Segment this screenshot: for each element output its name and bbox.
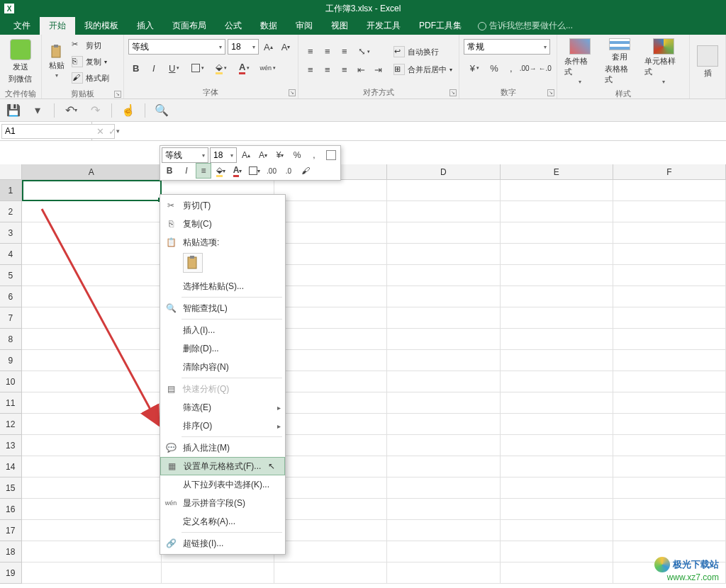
cm-smart-lookup[interactable]: 🔍智能查找(L) [160, 299, 285, 317]
merge-center-button[interactable]: ⊞合并后居中▾ [392, 62, 454, 77]
row-header[interactable]: 6 [0, 286, 22, 307]
cell[interactable] [501, 350, 613, 371]
cm-insert[interactable]: 插入(I)... [160, 321, 285, 339]
cell[interactable] [22, 307, 162, 329]
mini-italic[interactable]: I [179, 163, 194, 179]
cell[interactable] [613, 286, 726, 307]
cell[interactable] [274, 477, 387, 499]
cut-button[interactable]: ✂剪切 [70, 38, 111, 53]
cell[interactable] [613, 350, 726, 371]
mini-bold[interactable]: B [162, 163, 177, 179]
cm-insert-comment[interactable]: 💬插入批注(M) [160, 439, 285, 457]
decrease-decimal-button[interactable]: ←.0 [537, 60, 553, 76]
select-all-corner[interactable] [0, 164, 22, 179]
percent-button[interactable]: % [486, 60, 502, 76]
row-header[interactable]: 5 [0, 265, 22, 286]
underline-button[interactable]: U▾ [164, 60, 185, 76]
cell[interactable] [22, 392, 162, 414]
cell[interactable] [387, 477, 500, 499]
cm-delete[interactable]: 删除(D)... [160, 339, 285, 358]
cell[interactable] [501, 499, 613, 520]
fill-color-button[interactable]: ⬙▾ [211, 60, 232, 76]
cm-pick-from-list[interactable]: 从下拉列表中选择(K)... [160, 475, 285, 494]
cell[interactable] [22, 414, 162, 435]
clipboard-launcher[interactable]: ↘ [114, 91, 121, 98]
cell[interactable] [501, 180, 613, 201]
bold-button[interactable]: B [128, 60, 144, 76]
cell[interactable] [22, 499, 162, 520]
pinyin-button[interactable]: wén▾ [257, 60, 279, 76]
cm-define-name[interactable]: 定义名称(A)... [160, 512, 285, 531]
cell[interactable] [501, 541, 613, 562]
cell[interactable] [274, 392, 387, 414]
send-to-wechat-button[interactable]: 发送 到微信 [6, 37, 35, 86]
cell[interactable] [613, 520, 726, 541]
row-header[interactable]: 4 [0, 244, 22, 265]
cell[interactable] [387, 562, 500, 584]
cell[interactable] [22, 371, 162, 392]
number-format-combo[interactable]: 常规▾ [464, 39, 550, 55]
table-format-button[interactable]: 套用 表格格式 [602, 37, 637, 86]
cm-format-cells[interactable]: ▦设置单元格格式(F)...↖ [160, 457, 285, 475]
cell[interactable] [501, 244, 613, 265]
cell[interactable] [22, 286, 162, 307]
mini-format-painter[interactable]: 🖌 [298, 163, 313, 179]
cm-show-pinyin[interactable]: wén显示拼音字段(S) [160, 494, 285, 512]
row-header[interactable]: 8 [0, 329, 22, 350]
row-header[interactable]: 15 [0, 477, 22, 499]
cell[interactable] [613, 371, 726, 392]
row-header[interactable]: 11 [0, 392, 22, 414]
align-right-button[interactable]: ≡ [337, 62, 352, 78]
cell[interactable] [387, 435, 500, 456]
cell[interactable] [387, 286, 500, 307]
cell[interactable] [274, 414, 387, 435]
cell[interactable] [22, 180, 162, 201]
conditional-format-button[interactable]: 条件格式▾ [562, 37, 597, 86]
decrease-font-button[interactable]: A▾ [278, 39, 294, 55]
tab-data[interactable]: 数据 [251, 17, 286, 35]
align-center-button[interactable]: ≡ [320, 62, 335, 78]
mini-font-color[interactable]: A▾ [230, 163, 245, 179]
cell[interactable] [387, 180, 500, 201]
cell[interactable] [387, 307, 500, 329]
cm-paste-button[interactable] [183, 253, 203, 273]
cell[interactable] [613, 329, 726, 350]
spreadsheet-grid[interactable]: A B C D E F 1234567891011121314151617181… [0, 164, 726, 588]
mini-size-combo[interactable]: 18▾ [210, 147, 237, 163]
redo-button[interactable]: ↷ [87, 103, 103, 118]
mini-font-combo[interactable]: 等线▾ [162, 147, 208, 163]
align-middle-button[interactable]: ≡ [320, 44, 335, 60]
qat-custom-button[interactable]: ▾ [30, 103, 45, 118]
cell[interactable] [613, 414, 726, 435]
font-size-combo[interactable]: 18▾ [228, 39, 258, 55]
tab-mytemplates[interactable]: 我的模板 [75, 17, 128, 35]
align-launcher[interactable]: ↘ [449, 89, 457, 96]
cell[interactable] [22, 477, 162, 499]
tell-me-search[interactable]: 告诉我您想要做什么... [478, 17, 573, 35]
cell[interactable] [274, 329, 387, 350]
cell[interactable] [22, 350, 162, 371]
cell[interactable] [387, 222, 500, 244]
cell[interactable] [274, 456, 387, 477]
cell[interactable] [501, 201, 613, 222]
cancel-formula-button[interactable]: ✕ [96, 126, 104, 137]
wrap-text-button[interactable]: ↩自动换行 [392, 45, 454, 60]
cell[interactable] [613, 307, 726, 329]
mini-grow-font[interactable]: A▴ [238, 147, 254, 163]
tab-home[interactable]: 开始 [40, 17, 75, 35]
cell[interactable] [162, 562, 274, 584]
mini-align-center[interactable]: ≡ [196, 163, 211, 179]
cell[interactable] [501, 477, 613, 499]
cell[interactable] [22, 520, 162, 541]
align-left-button[interactable]: ≡ [303, 62, 318, 78]
cell[interactable] [274, 562, 387, 584]
enter-formula-button[interactable]: ✓ [108, 126, 116, 137]
mini-cond-format[interactable] [323, 147, 339, 163]
cm-sort[interactable]: 排序(O)▸ [160, 417, 285, 435]
cell[interactable] [22, 265, 162, 286]
tab-view[interactable]: 视图 [322, 17, 357, 35]
cm-filter[interactable]: 筛选(E)▸ [160, 398, 285, 417]
tab-pagelayout[interactable]: 页面布局 [163, 17, 216, 35]
tab-insert[interactable]: 插入 [128, 17, 163, 35]
cell[interactable] [22, 244, 162, 265]
